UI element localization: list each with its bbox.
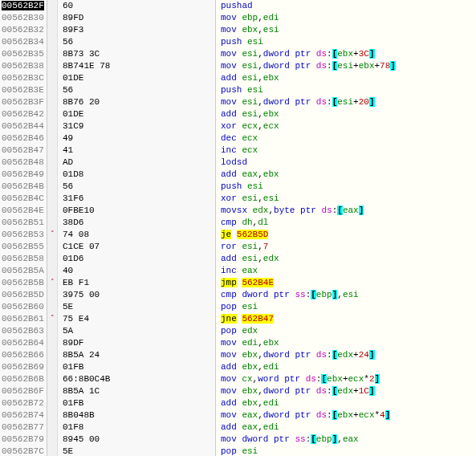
disasm-row[interactable]: 00562B48ADlodsd: [0, 157, 476, 169]
jump-indicator: [47, 193, 58, 205]
disasm-row[interactable]: 00562B4431C9xor ecx,ecx: [0, 120, 476, 132]
instruction-cell: mov ebp,edi: [216, 12, 477, 24]
instruction-cell: add esi,edx: [216, 253, 477, 265]
disasm-row[interactable]: 00562B4741inc ecx: [0, 145, 476, 157]
disasm-row[interactable]: 00562B635Apop edx: [0, 325, 476, 337]
disasm-row[interactable]: 00562B4201DEadd esi,ebx: [0, 108, 476, 120]
instruction-cell: mov edi,ebx: [216, 337, 477, 349]
disasm-row[interactable]: 00562B3089FDmov ebp,edi: [0, 12, 476, 24]
disasm-row[interactable]: 00562B2F60pushad: [0, 0, 476, 12]
disasm-row[interactable]: 00562B358B73 3Cmov esi,dword ptr ds:[ebx…: [0, 48, 476, 60]
disasm-row[interactable]: 00562B6B66:8B0C4Bmov cx,word ptr ds:[ebx…: [0, 373, 476, 385]
disasm-row[interactable]: 00562B4C31F6xor esi,esi: [0, 193, 476, 205]
address-cell: 00562B4E: [0, 205, 47, 217]
bytes-cell: AD: [58, 157, 216, 169]
address-cell: 00562B77: [0, 421, 47, 434]
jump-indicator: [47, 96, 58, 108]
instruction-cell: pop esi: [216, 301, 477, 313]
address-cell: 00562B74: [0, 409, 47, 421]
disasm-row[interactable]: 00562B3456push esi: [0, 36, 476, 48]
disasm-row[interactable]: 00562B748B048Bmov eax,dword ptr ds:[ebx+…: [0, 409, 476, 421]
address-cell: 00562B44: [0, 120, 47, 132]
instruction-cell: jne 562B47: [216, 313, 477, 325]
disasm-row[interactable]: 00562B798945 00mov dword ptr ss:[ebp],ea…: [0, 434, 476, 446]
jump-indicator: [47, 145, 58, 157]
bytes-cell: 8945 00: [58, 434, 216, 446]
jump-indicator: [47, 72, 58, 84]
disasm-row[interactable]: 00562B668B5A 24mov ebx,dword ptr ds:[edx…: [0, 349, 476, 361]
disasm-row[interactable]: 00562B605Epop esi: [0, 301, 476, 313]
bytes-cell: 01D6: [58, 253, 216, 265]
address-cell: 00562B7C: [0, 446, 47, 456]
disasm-row[interactable]: 00562B5138D6cmp dh,dl: [0, 217, 476, 229]
instruction-cell: cmp dh,dl: [216, 217, 477, 229]
instruction-cell: cmp dword ptr ss:[ebp],esi: [216, 289, 477, 301]
bytes-cell: 41: [58, 145, 216, 157]
address-cell: 00562B5B: [0, 277, 47, 289]
disasm-row[interactable]: 00562B4901D8add eax,ebx: [0, 169, 476, 181]
jump-indicator: [47, 241, 58, 253]
address-cell: 00562B66: [0, 349, 47, 361]
disasm-row[interactable]: 00562B4649dec ecx: [0, 132, 476, 145]
disasm-row[interactable]: 00562B6F8B5A 1Cmov ebx,dword ptr ds:[edx…: [0, 385, 476, 397]
disasm-row[interactable]: 00562B7C5Epop esi: [0, 446, 476, 456]
instruction-cell: movsx edx,byte ptr ds:[eax]: [216, 205, 477, 217]
jump-indicator: ˄: [47, 313, 58, 325]
disasm-row[interactable]: 00562B6901FBadd ebx,edi: [0, 361, 476, 373]
instruction-cell: je 562B5D: [216, 229, 477, 241]
disasm-row[interactable]: 00562B3E56push esi: [0, 84, 476, 96]
bytes-cell: 49: [58, 132, 216, 145]
jump-indicator: [47, 253, 58, 265]
disasm-row[interactable]: 00562B3289F3mov ebx,esi: [0, 24, 476, 36]
bytes-cell: 56: [58, 84, 216, 96]
bytes-cell: 8B76 20: [58, 96, 216, 108]
jump-indicator: [47, 446, 58, 456]
bytes-cell: 5E: [58, 446, 216, 456]
address-cell: 00562B4C: [0, 193, 47, 205]
disasm-row[interactable]: 00562B4E0FBE10movsx edx,byte ptr ds:[eax…: [0, 205, 476, 217]
disasm-row[interactable]: 00562B5D3975 00cmp dword ptr ss:[ebp],es…: [0, 289, 476, 301]
bytes-cell: 56: [58, 181, 216, 193]
instruction-cell: add ebx,edi: [216, 361, 477, 373]
disasm-row[interactable]: 00562B7201FBadd ebx,edi: [0, 397, 476, 409]
jump-indicator: [47, 265, 58, 277]
bytes-cell: 01FB: [58, 397, 216, 409]
address-cell: 00562B47: [0, 145, 47, 157]
address-cell: 00562B48: [0, 157, 47, 169]
instruction-cell: add esi,ebx: [216, 108, 477, 120]
instruction-cell: dec ecx: [216, 132, 477, 145]
instruction-cell: lodsd: [216, 157, 477, 169]
disasm-row[interactable]: 00562B3C01DEadd esi,ebx: [0, 72, 476, 84]
jump-indicator: [47, 385, 58, 397]
bytes-cell: 8B73 3C: [58, 48, 216, 60]
disasm-row[interactable]: 00562B6489DFmov edi,ebx: [0, 337, 476, 349]
address-cell: 00562B38: [0, 60, 47, 72]
instruction-cell: jmp 562B4E: [216, 277, 477, 289]
instruction-cell: mov esi,dword ptr ds:[ebx+3C]: [216, 48, 477, 60]
disasm-row[interactable]: 00562B5A40inc eax: [0, 265, 476, 277]
disasm-row[interactable]: 00562B3F8B76 20mov esi,dword ptr ds:[esi…: [0, 96, 476, 108]
disasm-row[interactable]: 00562B388B741E 78mov esi,dword ptr ds:[e…: [0, 60, 476, 72]
disasm-row[interactable]: 00562B5801D6add esi,edx: [0, 253, 476, 265]
bytes-cell: 56: [58, 36, 216, 48]
disasm-row[interactable]: 00562B5B˄EB F1jmp 562B4E: [0, 277, 476, 289]
bytes-cell: 66:8B0C4B: [58, 373, 216, 385]
disasm-row[interactable]: 00562B55C1CE 07ror esi,7: [0, 241, 476, 253]
disasm-row[interactable]: 00562B4B56push esi: [0, 181, 476, 193]
disasm-row[interactable]: 00562B61˄75 E4jne 562B47: [0, 313, 476, 325]
bytes-cell: 89DF: [58, 337, 216, 349]
address-cell: 00562B53: [0, 229, 47, 241]
instruction-cell: mov dword ptr ss:[ebp],eax: [216, 434, 477, 446]
address-cell: 00562B35: [0, 48, 47, 60]
instruction-cell: pop esi: [216, 446, 477, 456]
jump-indicator: [47, 181, 58, 193]
address-cell: 00562B34: [0, 36, 47, 48]
instruction-cell: mov ebx,dword ptr ds:[edx+24]: [216, 349, 477, 361]
jump-indicator: [47, 217, 58, 229]
disasm-row[interactable]: 00562B53˅74 08je 562B5D: [0, 229, 476, 241]
instruction-cell: ror esi,7: [216, 241, 477, 253]
address-cell: 00562B69: [0, 361, 47, 373]
bytes-cell: 8B5A 1C: [58, 385, 216, 397]
disasm-row[interactable]: 00562B7701F8add eax,edi: [0, 421, 476, 434]
instruction-cell: xor ecx,ecx: [216, 120, 477, 132]
